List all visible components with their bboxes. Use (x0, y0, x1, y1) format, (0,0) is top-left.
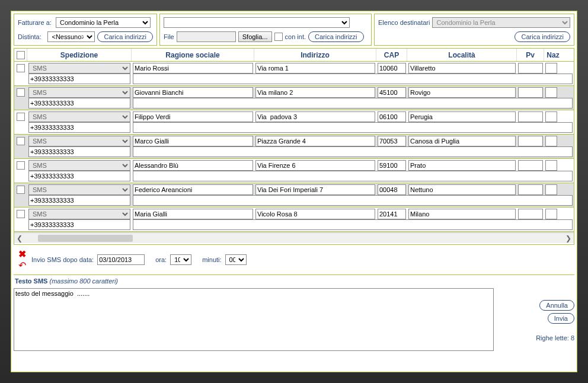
elenco-select[interactable]: Condominio la Perla (432, 17, 570, 28)
select-all-checkbox[interactable] (17, 51, 25, 59)
spedizione-select[interactable]: SMS (28, 184, 130, 195)
row2-extra-input[interactable] (133, 219, 573, 230)
pv-input[interactable] (518, 87, 543, 98)
carica-indirizzi-button-3[interactable]: Carica indirizzi (514, 31, 570, 42)
pv-input[interactable] (518, 209, 543, 219)
naz-input[interactable] (545, 87, 557, 98)
minuti-select[interactable]: 00 (225, 254, 247, 265)
ragione-input[interactable] (133, 111, 253, 122)
row2-extra-input[interactable] (133, 171, 573, 181)
cap-input[interactable] (378, 160, 406, 171)
naz-input[interactable] (545, 184, 557, 195)
ragione-input[interactable] (133, 136, 253, 146)
phone-input[interactable] (28, 146, 130, 157)
spedizione-select[interactable]: SMS (28, 111, 130, 122)
naz-input[interactable] (545, 111, 557, 122)
testo-sms-label: Testo SMS (15, 277, 47, 285)
phone-input[interactable] (28, 219, 130, 230)
row-checkbox[interactable] (17, 137, 25, 145)
cap-input[interactable] (378, 184, 406, 195)
row-checkbox[interactable] (17, 210, 25, 218)
table-header: Spedizione Ragione sociale Indirizzo CAP… (14, 49, 574, 62)
scroll-thumb[interactable] (38, 235, 133, 242)
spedizione-select[interactable]: SMS (28, 160, 130, 171)
fatturare-select[interactable]: Condominio la Perla (56, 17, 151, 28)
indirizzo-input[interactable] (255, 111, 375, 122)
row2-extra-input[interactable] (133, 146, 573, 157)
row-checkbox[interactable] (17, 88, 25, 97)
phone-input[interactable] (28, 195, 130, 206)
carica-indirizzi-button-2[interactable]: Carica indirizzi (308, 31, 364, 42)
localita-input[interactable] (408, 160, 516, 171)
indirizzo-input[interactable] (255, 160, 375, 171)
cancel-icon[interactable]: ✖ (18, 248, 26, 260)
localita-input[interactable] (408, 111, 516, 122)
localita-input[interactable] (408, 63, 516, 74)
indirizzo-input[interactable] (255, 136, 375, 146)
recipients-table: Spedizione Ragione sociale Indirizzo CAP… (14, 48, 574, 245)
cap-input[interactable] (378, 111, 406, 122)
mid-select[interactable] (164, 17, 350, 28)
row2-extra-input[interactable] (133, 122, 573, 133)
scroll-left-icon[interactable]: ❮ (14, 234, 25, 242)
indirizzo-input[interactable] (255, 63, 375, 74)
phone-input[interactable] (28, 122, 130, 133)
distinta-select[interactable]: <Nessuno> (47, 31, 95, 42)
spedizione-select[interactable]: SMS (28, 209, 130, 219)
ragione-input[interactable] (133, 63, 253, 74)
phone-input[interactable] (28, 98, 130, 108)
row2-extra-input[interactable] (133, 74, 573, 84)
indirizzo-input[interactable] (255, 184, 375, 195)
cap-input[interactable] (378, 63, 406, 74)
row2-extra-input[interactable] (133, 98, 573, 108)
table-body[interactable]: SMSSMSSMSSMSSMSSMSSMSSMS (14, 62, 574, 232)
localita-input[interactable] (408, 87, 516, 98)
phone-input[interactable] (28, 74, 130, 84)
cap-input[interactable] (378, 136, 406, 146)
table-row: SMS (14, 159, 574, 183)
undo-icon[interactable]: ↶ (18, 260, 26, 271)
row-checkbox[interactable] (17, 186, 25, 194)
cap-input[interactable] (378, 209, 406, 219)
carica-indirizzi-button-1[interactable]: Carica indirizzi (97, 31, 153, 42)
localita-input[interactable] (408, 136, 516, 146)
pv-input[interactable] (518, 63, 543, 74)
row2-extra-input[interactable] (133, 195, 573, 206)
naz-input[interactable] (545, 63, 557, 74)
sms-textarea[interactable]: testo del messaggio ....... (14, 288, 494, 351)
scroll-right-icon[interactable]: ❯ (563, 234, 574, 242)
con-int-checkbox[interactable] (274, 33, 283, 41)
invia-button[interactable]: Invia (548, 313, 574, 324)
localita-input[interactable] (408, 184, 516, 195)
spedizione-select[interactable]: SMS (28, 87, 130, 98)
indirizzo-input[interactable] (255, 87, 375, 98)
header-indirizzo: Indirizzo (254, 49, 376, 61)
localita-input[interactable] (408, 209, 516, 219)
spedizione-select[interactable]: SMS (28, 136, 130, 146)
ragione-input[interactable] (133, 87, 253, 98)
row-checkbox[interactable] (17, 64, 25, 72)
row-checkbox[interactable] (17, 113, 25, 121)
sfoglia-button[interactable]: Sfoglia... (238, 31, 272, 42)
phone-input[interactable] (28, 171, 130, 181)
pv-input[interactable] (518, 111, 543, 122)
pv-input[interactable] (518, 160, 543, 171)
fatturare-label: Fatturare a: (18, 19, 53, 26)
ragione-input[interactable] (133, 184, 253, 195)
cap-input[interactable] (378, 87, 406, 98)
date-input[interactable] (97, 254, 145, 265)
ora-select[interactable]: 10 (170, 254, 191, 265)
con-int-label: con int. (285, 33, 306, 40)
pv-input[interactable] (518, 136, 543, 146)
spedizione-select[interactable]: SMS (28, 63, 130, 74)
indirizzo-input[interactable] (255, 209, 375, 219)
naz-input[interactable] (545, 209, 557, 219)
horizontal-scrollbar[interactable]: ❮ ❯ (14, 232, 574, 243)
row-checkbox[interactable] (17, 161, 25, 170)
annulla-button[interactable]: Annulla (539, 300, 574, 311)
pv-input[interactable] (518, 184, 543, 195)
naz-input[interactable] (545, 136, 557, 146)
ragione-input[interactable] (133, 209, 253, 219)
ragione-input[interactable] (133, 160, 253, 171)
naz-input[interactable] (545, 160, 557, 171)
